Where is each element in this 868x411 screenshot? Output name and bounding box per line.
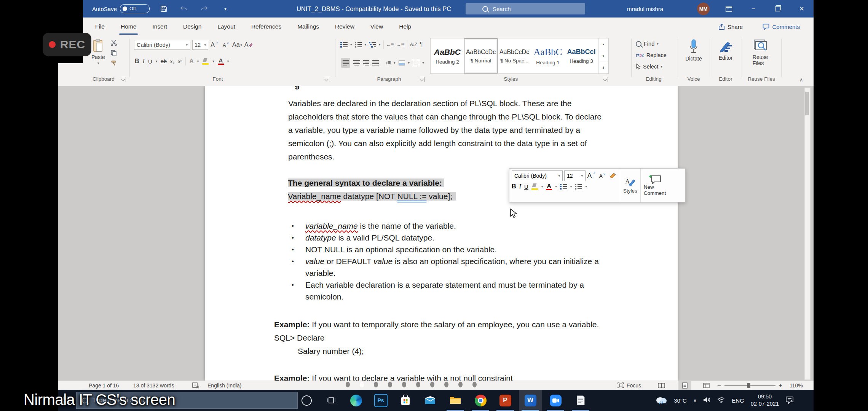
mini-font-color-button[interactable]: A bbox=[546, 183, 552, 190]
titlebar-search-input[interactable]: Search bbox=[466, 3, 585, 14]
styles-gallery-expand-icon[interactable]: ⇟ bbox=[598, 62, 608, 73]
ribbon-tab[interactable]: Home bbox=[120, 22, 137, 32]
style-card[interactable]: AaBbCcDc ¶ Normal bbox=[464, 38, 498, 73]
close-button[interactable]: × bbox=[793, 0, 810, 18]
style-card[interactable]: AaBbC Heading 1 bbox=[531, 38, 565, 73]
clipboard-dialog-launcher-icon[interactable] bbox=[121, 77, 126, 82]
ribbon-tab[interactable]: Help bbox=[398, 22, 412, 32]
mini-font-size-select[interactable]: 12▾ bbox=[564, 170, 586, 181]
align-center-button[interactable] bbox=[353, 60, 360, 65]
clear-formatting-button[interactable]: A bbox=[244, 40, 253, 50]
mini-shrink-font-button[interactable]: A˅ bbox=[598, 171, 607, 181]
redo-icon[interactable] bbox=[197, 0, 212, 18]
style-card[interactable]: AaBbCcDc ¶ No Spac... bbox=[498, 38, 531, 73]
strikethrough-button[interactable]: ab bbox=[161, 58, 167, 64]
editor-button[interactable]: Editor bbox=[713, 39, 738, 61]
font-dialog-launcher-icon[interactable] bbox=[324, 77, 329, 82]
ribbon-display-options-icon[interactable] bbox=[720, 0, 737, 18]
powerpoint-icon[interactable]: P bbox=[494, 390, 517, 411]
mail-icon[interactable] bbox=[419, 390, 442, 411]
zoom-slider-thumb[interactable] bbox=[747, 383, 750, 388]
justify-button[interactable] bbox=[372, 60, 379, 65]
zoom-in-button[interactable]: + bbox=[779, 381, 782, 390]
styles-dialog-launcher-icon[interactable] bbox=[603, 77, 608, 82]
mini-bold-button[interactable]: B bbox=[512, 183, 516, 190]
page-indicator[interactable]: Page 1 of 16 bbox=[89, 381, 119, 390]
scrollbar-thumb[interactable] bbox=[805, 92, 809, 115]
style-card[interactable]: AaBbCcI Heading 3 bbox=[565, 38, 598, 73]
mini-bullets-button[interactable] bbox=[560, 184, 567, 190]
shrink-font-button[interactable]: A˅ bbox=[221, 40, 230, 50]
read-mode-icon[interactable] bbox=[655, 381, 668, 390]
edge-icon[interactable] bbox=[345, 390, 367, 411]
language-tray[interactable]: ENG bbox=[732, 397, 744, 404]
borders-button[interactable] bbox=[413, 60, 419, 66]
superscript-button[interactable]: x² bbox=[178, 59, 182, 64]
document-page[interactable]: g Variables are declared in the declarat… bbox=[205, 86, 678, 381]
minimize-button[interactable]: − bbox=[745, 0, 762, 18]
mini-grow-font-button[interactable]: A＾ bbox=[587, 171, 596, 181]
mini-styles-button[interactable]: A Styles bbox=[620, 169, 640, 202]
ribbon-tab[interactable]: Layout bbox=[217, 22, 236, 32]
highlight-color-button[interactable] bbox=[202, 58, 209, 65]
print-layout-icon[interactable] bbox=[678, 381, 691, 390]
font-color-button[interactable]: A bbox=[218, 57, 224, 65]
zoom-slider[interactable] bbox=[724, 385, 775, 386]
save-icon[interactable] bbox=[156, 0, 171, 18]
show-marks-button[interactable]: ¶ bbox=[420, 41, 423, 48]
ribbon-tab[interactable]: Design bbox=[182, 22, 202, 32]
file-explorer-icon[interactable] bbox=[444, 390, 467, 411]
focus-button[interactable]: Focus bbox=[617, 381, 641, 390]
action-center-icon[interactable] bbox=[785, 396, 794, 405]
mini-new-comment-button[interactable]: NewComment bbox=[640, 169, 669, 202]
mini-italic-button[interactable]: I bbox=[519, 183, 521, 190]
styles-scroll-down-icon[interactable]: ▾ bbox=[598, 50, 608, 62]
clock[interactable]: 09:50 02-07-2021 bbox=[751, 393, 779, 408]
cortana-button[interactable] bbox=[295, 390, 318, 411]
speaker-icon[interactable] bbox=[703, 397, 711, 404]
align-left-button[interactable] bbox=[341, 58, 350, 68]
paste-button[interactable]: Paste ▾ bbox=[91, 39, 105, 65]
undo-icon[interactable] bbox=[176, 0, 191, 18]
shading-button[interactable] bbox=[399, 61, 405, 65]
notepad-icon[interactable] bbox=[569, 390, 592, 411]
cut-icon[interactable] bbox=[110, 40, 117, 47]
subscript-button[interactable]: x₂ bbox=[170, 59, 175, 64]
mini-numbering-button[interactable] bbox=[575, 184, 582, 190]
microsoft-store-icon[interactable] bbox=[394, 390, 417, 411]
bullets-button[interactable] bbox=[340, 42, 348, 48]
ribbon-tab[interactable]: Mailings bbox=[297, 22, 320, 32]
multilevel-list-button[interactable] bbox=[369, 42, 376, 48]
weather-icon[interactable] bbox=[655, 396, 667, 405]
autosave-pill[interactable]: Off bbox=[120, 4, 150, 13]
numbering-button[interactable] bbox=[355, 42, 362, 48]
line-spacing-button[interactable]: ↕≣ bbox=[385, 60, 391, 65]
web-layout-icon[interactable] bbox=[700, 381, 713, 390]
mini-highlight-button[interactable] bbox=[531, 183, 538, 190]
restore-button[interactable] bbox=[769, 0, 786, 18]
mini-underline-button[interactable]: U bbox=[524, 183, 528, 190]
wifi-icon[interactable] bbox=[717, 397, 725, 404]
styles-scroll-up-icon[interactable]: ▴ bbox=[598, 38, 608, 50]
dictate-button[interactable]: Dictate bbox=[681, 39, 706, 62]
paragraph-dialog-launcher-icon[interactable] bbox=[420, 77, 424, 82]
mini-format-painter-icon[interactable] bbox=[608, 171, 617, 181]
zoom-app-icon[interactable] bbox=[544, 390, 567, 411]
increase-indent-button[interactable]: →≣ bbox=[397, 42, 404, 47]
word-count[interactable]: 13 of 3132 words bbox=[133, 381, 174, 390]
collapse-ribbon-icon[interactable]: ∧ bbox=[799, 77, 803, 83]
text-effects-button[interactable]: A bbox=[189, 58, 194, 64]
copy-icon[interactable] bbox=[111, 50, 117, 57]
replace-button[interactable]: ⇄bcReplace bbox=[636, 49, 667, 61]
italic-button[interactable]: I bbox=[143, 58, 145, 65]
ribbon-tab[interactable]: Review bbox=[334, 22, 355, 32]
select-button[interactable]: Select▾ bbox=[636, 61, 667, 72]
grow-font-button[interactable]: A＾ bbox=[210, 40, 219, 50]
change-case-button[interactable]: Aa▾ bbox=[232, 40, 242, 50]
find-button[interactable]: Find▾ bbox=[636, 38, 667, 49]
autosave-toggle[interactable]: AutoSave Off bbox=[92, 0, 150, 18]
language-indicator[interactable]: English (India) bbox=[207, 381, 242, 390]
style-card[interactable]: AaBbC Heading 2 bbox=[431, 38, 464, 73]
sort-button[interactable]: A↓Z bbox=[410, 42, 417, 47]
bold-button[interactable]: B bbox=[135, 58, 139, 65]
